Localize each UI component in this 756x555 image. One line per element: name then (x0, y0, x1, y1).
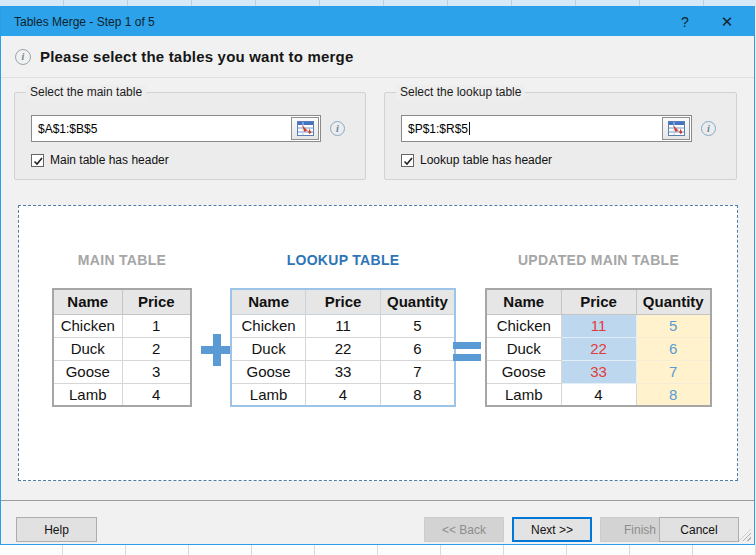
table-row: Lamb4 (53, 383, 191, 406)
main-range-value[interactable]: $A$1:$B$5 (32, 122, 291, 136)
table-cell: Goose (486, 360, 561, 383)
text-cursor (469, 122, 470, 135)
main-header-checkbox-label[interactable]: Main table has header (50, 153, 169, 167)
table-cell: 6 (636, 337, 711, 360)
table-row: Lamb48 (486, 383, 711, 406)
table-cell: 8 (380, 383, 455, 406)
table-row: Lamb48 (231, 383, 455, 406)
lookup-range-input[interactable]: $P$1:$R$5 (401, 115, 692, 142)
column-header: Quantity (636, 289, 711, 314)
updated-main-table: NamePriceQuantityChicken115Duck226Goose3… (485, 288, 712, 407)
main-range-input[interactable]: $A$1:$B$5 (31, 115, 321, 142)
table-cell: 6 (380, 337, 455, 360)
checkmark-icon (402, 155, 415, 168)
table-cell: 22 (561, 337, 636, 360)
next-button[interactable]: Next >> (512, 517, 592, 542)
table-cell: Lamb (486, 383, 561, 406)
lookup-header-checkbox-row[interactable]: Lookup table has header (401, 153, 552, 167)
main-range-info-icon: i (330, 121, 345, 136)
table-cell: Goose (53, 360, 122, 383)
main-range-row: $A$1:$B$5 (31, 115, 321, 142)
footer-divider (1, 500, 754, 501)
back-button: << Back (424, 517, 504, 542)
window-title: Tables Merge - Step 1 of 5 (1, 15, 155, 29)
resize-grip[interactable] (739, 529, 751, 541)
table-row: Goose337 (231, 360, 455, 383)
main-header-checkbox[interactable] (31, 154, 44, 167)
updated-table-title: UPDATED MAIN TABLE (485, 252, 712, 268)
lookup-table-group: Select the lookup table $P$1:$R$5 (384, 92, 737, 180)
step-banner: i Please select the tables you want to m… (1, 36, 754, 78)
close-icon[interactable]: ✕ (710, 7, 744, 36)
column-header: Price (122, 289, 191, 314)
table-row: Chicken115 (486, 314, 711, 337)
table-cell: 5 (636, 314, 711, 337)
column-header: Price (561, 289, 636, 314)
equals-icon (453, 342, 481, 361)
checkmark-icon (32, 155, 45, 168)
table-cell: Lamb (231, 383, 306, 406)
table-cell: 8 (636, 383, 711, 406)
table-cell: 33 (306, 360, 381, 383)
lookup-header-checkbox[interactable] (401, 154, 414, 167)
table-cell: 3 (122, 360, 191, 383)
main-table-group: Select the main table $A$1:$B$5 (14, 92, 366, 180)
main-table-group-legend: Select the main table (26, 85, 146, 100)
column-header: Price (306, 289, 381, 314)
main-table: NamePriceChicken1Duck2Goose3Lamb4 (52, 288, 192, 407)
table-cell: 11 (561, 314, 636, 337)
table-row: Goose337 (486, 360, 711, 383)
info-icon: i (15, 49, 31, 65)
main-table-title: MAIN TABLE (52, 252, 192, 268)
help-icon[interactable]: ? (668, 7, 702, 36)
table-row: Duck2 (53, 337, 191, 360)
table-cell: Duck (53, 337, 122, 360)
merge-preview-panel: MAIN TABLE LOOKUP TABLE UPDATED MAIN TAB… (18, 205, 738, 481)
lookup-range-value[interactable]: $P$1:$R$5 (402, 122, 662, 136)
table-cell: 5 (380, 314, 455, 337)
lookup-range-row: $P$1:$R$5 (401, 115, 692, 142)
title-bar: Tables Merge - Step 1 of 5 ? ✕ (1, 7, 754, 36)
table-row: Duck226 (231, 337, 455, 360)
column-header: Name (231, 289, 306, 314)
main-header-checkbox-row[interactable]: Main table has header (31, 153, 169, 167)
table-cell: Chicken (53, 314, 122, 337)
table-row: Duck226 (486, 337, 711, 360)
main-range-picker-button[interactable] (291, 117, 319, 140)
table-cell: 4 (306, 383, 381, 406)
step-instruction: Please select the tables you want to mer… (40, 48, 354, 65)
table-cell: 33 (561, 360, 636, 383)
range-picker-icon (297, 121, 314, 136)
table-cell: 7 (636, 360, 711, 383)
column-header: Name (486, 289, 561, 314)
table-cell: 4 (122, 383, 191, 406)
table-cell: Goose (231, 360, 306, 383)
lookup-range-picker-button[interactable] (662, 117, 690, 140)
column-header: Quantity (380, 289, 455, 314)
table-cell: 1 (122, 314, 191, 337)
table-cell: 22 (306, 337, 381, 360)
lookup-table: NamePriceQuantityChicken115Duck226Goose3… (230, 288, 456, 407)
help-button[interactable]: Help (16, 517, 97, 542)
table-cell: Chicken (486, 314, 561, 337)
table-row: Chicken115 (231, 314, 455, 337)
table-cell: 11 (306, 314, 381, 337)
table-cell: 4 (561, 383, 636, 406)
table-cell: Duck (486, 337, 561, 360)
table-cell: Duck (231, 337, 306, 360)
plus-icon (201, 334, 233, 366)
cancel-button[interactable]: Cancel (659, 517, 739, 542)
table-cell: Chicken (231, 314, 306, 337)
excel-background-bottom (0, 545, 756, 555)
lookup-header-checkbox-label[interactable]: Lookup table has header (420, 153, 552, 167)
tables-merge-dialog: Tables Merge - Step 1 of 5 ? ✕ i Please … (0, 6, 755, 545)
table-cell: Lamb (53, 383, 122, 406)
column-header: Name (53, 289, 122, 314)
range-picker-icon (668, 121, 685, 136)
table-cell: 2 (122, 337, 191, 360)
lookup-range-info-icon: i (701, 121, 716, 136)
table-row: Goose3 (53, 360, 191, 383)
lookup-table-group-legend: Select the lookup table (396, 85, 525, 100)
table-row: Chicken1 (53, 314, 191, 337)
lookup-table-title: LOOKUP TABLE (230, 252, 456, 268)
